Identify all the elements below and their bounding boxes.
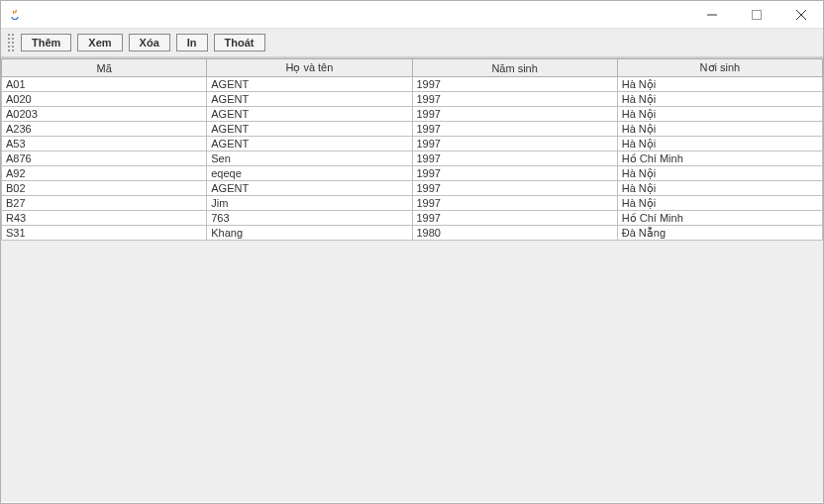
minimize-button[interactable] — [689, 1, 734, 29]
cell-namsinh[interactable]: 1997 — [412, 181, 617, 196]
cell-noisinh[interactable]: Hà Nội — [617, 196, 822, 211]
column-header-ma[interactable]: Mã — [2, 59, 207, 77]
cell-namsinh[interactable]: 1997 — [412, 92, 617, 107]
cell-noisinh[interactable]: Hà Nội — [617, 77, 822, 92]
cell-namsinh[interactable]: 1997 — [412, 137, 617, 151]
window-titlebar — [1, 1, 823, 29]
cell-hoten[interactable]: AGENT — [207, 92, 412, 107]
cell-hoten[interactable]: AGENT — [207, 122, 412, 137]
print-button[interactable]: In — [176, 34, 208, 51]
add-button[interactable]: Thêm — [21, 34, 71, 51]
cell-noisinh[interactable]: Hà Nội — [617, 166, 822, 181]
cell-noisinh[interactable]: Hà Nội — [617, 92, 822, 107]
table-row[interactable]: A0203AGENT1997Hà Nội — [2, 107, 823, 122]
cell-hoten[interactable]: 763 — [207, 211, 412, 226]
cell-hoten[interactable]: AGENT — [207, 77, 412, 92]
cell-namsinh[interactable]: 1997 — [412, 196, 617, 211]
cell-noisinh[interactable]: Hà Nội — [617, 137, 822, 151]
maximize-button[interactable] — [734, 1, 778, 29]
table-row[interactable]: B27Jim1997Hà Nội — [2, 196, 823, 211]
close-button[interactable] — [778, 1, 823, 29]
column-header-noisinh[interactable]: Nơi sinh — [617, 59, 822, 77]
data-table: Mã Họ và tên Năm sinh Nơi sinh A01AGENT1… — [1, 58, 823, 241]
cell-hoten[interactable]: AGENT — [207, 181, 412, 196]
cell-ma[interactable]: B02 — [2, 181, 207, 196]
cell-namsinh[interactable]: 1997 — [412, 122, 617, 137]
table-row[interactable]: B02AGENT1997Hà Nội — [2, 181, 823, 196]
java-icon — [7, 7, 23, 23]
cell-noisinh[interactable]: Hồ Chí Minh — [617, 211, 822, 226]
cell-hoten[interactable]: AGENT — [207, 107, 412, 122]
cell-ma[interactable]: A0203 — [2, 107, 207, 122]
cell-ma[interactable]: A876 — [2, 151, 207, 166]
delete-button[interactable]: Xóa — [129, 34, 170, 51]
table-row[interactable]: A236AGENT1997Hà Nội — [2, 122, 823, 137]
cell-namsinh[interactable]: 1997 — [412, 77, 617, 92]
cell-ma[interactable]: A020 — [2, 92, 207, 107]
cell-ma[interactable]: A01 — [2, 77, 207, 92]
cell-hoten[interactable]: Jim — [207, 196, 412, 211]
exit-button[interactable]: Thoát — [214, 34, 265, 51]
cell-ma[interactable]: S31 — [2, 226, 207, 241]
table-row[interactable]: A92eqeqe1997Hà Nội — [2, 166, 823, 181]
table-row[interactable]: S31Khang1980Đà Nẵng — [2, 226, 823, 241]
table-empty-area — [1, 241, 823, 502]
table-row[interactable]: A01AGENT1997Hà Nội — [2, 77, 823, 92]
cell-noisinh[interactable]: Hà Nội — [617, 107, 822, 122]
table-row[interactable]: R437631997Hồ Chí Minh — [2, 211, 823, 226]
cell-hoten[interactable]: Khang — [207, 226, 412, 241]
cell-ma[interactable]: B27 — [2, 196, 207, 211]
toolbar-grip-icon — [7, 33, 15, 52]
cell-namsinh[interactable]: 1997 — [412, 211, 617, 226]
svg-rect-1 — [752, 10, 761, 19]
toolbar: Thêm Xem Xóa In Thoát — [1, 29, 823, 57]
table-row[interactable]: A53AGENT1997Hà Nội — [2, 137, 823, 151]
cell-namsinh[interactable]: 1980 — [412, 226, 617, 241]
cell-hoten[interactable]: Sen — [207, 151, 412, 166]
cell-ma[interactable]: A92 — [2, 166, 207, 181]
window-controls — [689, 1, 823, 29]
column-header-namsinh[interactable]: Năm sinh — [412, 59, 617, 77]
table-row[interactable]: A020AGENT1997Hà Nội — [2, 92, 823, 107]
cell-noisinh[interactable]: Hà Nội — [617, 122, 822, 137]
column-header-hoten[interactable]: Họ và tên — [207, 59, 412, 77]
cell-namsinh[interactable]: 1997 — [412, 107, 617, 122]
cell-hoten[interactable]: eqeqe — [207, 166, 412, 181]
cell-ma[interactable]: A236 — [2, 122, 207, 137]
cell-namsinh[interactable]: 1997 — [412, 151, 617, 166]
cell-noisinh[interactable]: Hà Nội — [617, 181, 822, 196]
table-container[interactable]: Mã Họ và tên Năm sinh Nơi sinh A01AGENT1… — [1, 57, 823, 502]
cell-namsinh[interactable]: 1997 — [412, 166, 617, 181]
cell-noisinh[interactable]: Đà Nẵng — [617, 226, 822, 241]
cell-hoten[interactable]: AGENT — [207, 137, 412, 151]
view-button[interactable]: Xem — [77, 34, 122, 51]
cell-noisinh[interactable]: Hồ Chí Minh — [617, 151, 822, 166]
table-row[interactable]: A876Sen1997Hồ Chí Minh — [2, 151, 823, 166]
cell-ma[interactable]: A53 — [2, 137, 207, 151]
cell-ma[interactable]: R43 — [2, 211, 207, 226]
